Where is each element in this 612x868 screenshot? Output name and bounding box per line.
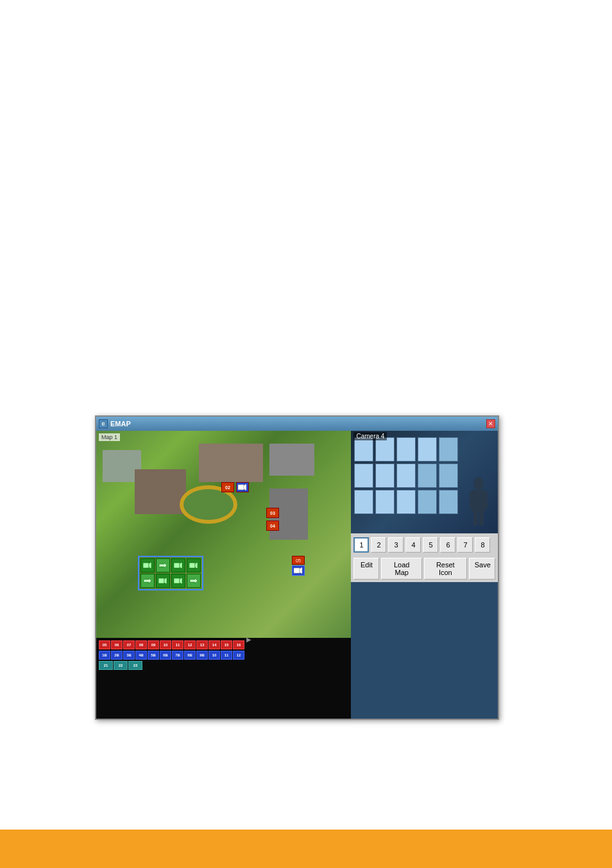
svg-rect-16 [174, 578, 180, 583]
cam-icon-02[interactable]: 02 [221, 482, 234, 492]
ch-16[interactable]: 16 [233, 640, 244, 649]
svg-marker-12 [195, 562, 198, 569]
svg-marker-3 [244, 484, 246, 490]
ch-8b[interactable]: 8B [184, 651, 196, 660]
cam-icon-05b[interactable] [292, 565, 305, 576]
monitor-15 [439, 490, 458, 514]
num-btn-6[interactable]: 6 [440, 537, 455, 553]
close-button[interactable]: ✕ [486, 419, 495, 428]
ch-2b[interactable]: 2B [111, 651, 123, 660]
ch-11[interactable]: 11 [172, 640, 183, 649]
ch-1b[interactable]: 1B [99, 651, 110, 660]
map-aerial-view: Map 1 02 03 04 05 [96, 431, 351, 638]
channel-row-3: 21 22 23 [99, 661, 348, 670]
svg-rect-6 [143, 563, 149, 568]
cam-grid-item-8[interactable] [187, 574, 201, 588]
svg-marker-15 [164, 578, 167, 584]
svg-marker-13 [144, 578, 151, 583]
ch-14[interactable]: 14 [208, 640, 220, 649]
ch-08[interactable]: 08 [135, 640, 147, 649]
cam-icon-04[interactable]: 04 [266, 521, 279, 531]
emap-title: EMAP [110, 420, 131, 428]
map-image[interactable]: Map 1 02 03 04 05 [96, 431, 351, 638]
ch-9b[interactable]: 9B [196, 651, 208, 660]
monitor-3 [396, 437, 416, 462]
ch-09[interactable]: 09 [148, 640, 159, 649]
cam-icon-03[interactable]: 03 [266, 508, 279, 518]
monitor-12 [375, 490, 395, 514]
map-label: Map 1 [99, 433, 120, 441]
num-btn-1[interactable]: 1 [353, 537, 369, 553]
ch-22[interactable]: 22 [114, 661, 128, 670]
reset-icon-button[interactable]: Reset Icon [424, 558, 467, 580]
cam-grid-item-5[interactable] [140, 574, 155, 588]
svg-rect-2 [238, 485, 244, 490]
emap-app-icon: E [99, 419, 108, 428]
cam-grid-item-3[interactable] [171, 558, 185, 572]
right-panel: Camera 4 1 2 3 4 5 6 7 8 Edit Load Map R… [351, 431, 498, 719]
svg-rect-23 [473, 512, 478, 526]
emap-titlebar: E EMAP ✕ [96, 417, 498, 431]
save-button[interactable]: Save [469, 558, 495, 580]
num-btn-3[interactable]: 3 [388, 537, 404, 553]
svg-rect-4 [294, 568, 300, 573]
num-btn-5[interactable]: 5 [423, 537, 438, 553]
cam-grid-item-4[interactable] [187, 558, 201, 572]
cam-grid-item-2[interactable] [156, 558, 170, 572]
edit-button[interactable]: Edit [353, 558, 379, 580]
ch-21[interactable]: 21 [99, 661, 113, 670]
cam-grid-item-7[interactable] [171, 574, 185, 588]
monitor-7 [375, 463, 395, 488]
emap-body: Map 1 02 03 04 05 [96, 431, 498, 719]
channel-row-1: 05 06 07 08 09 10 11 12 13 14 15 16 ▶ [99, 640, 348, 649]
svg-marker-7 [149, 562, 151, 569]
camera-preview: Camera 4 [351, 431, 498, 533]
action-buttons-row: Edit Load Map Reset Icon Save [351, 555, 498, 582]
ch-4b[interactable]: 4B [135, 651, 147, 660]
svg-marker-17 [180, 578, 182, 584]
cam-icon-02b[interactable] [236, 482, 249, 492]
num-btn-8[interactable]: 8 [475, 537, 490, 553]
preview-bottom-area [351, 582, 498, 719]
svg-rect-11 [189, 563, 195, 568]
num-btn-4[interactable]: 4 [405, 537, 421, 553]
map-area[interactable]: Map 1 02 03 04 05 [96, 431, 351, 719]
ch-7b[interactable]: 7B [172, 651, 183, 660]
svg-rect-14 [158, 578, 164, 583]
cam-grid-item-6[interactable] [156, 574, 170, 588]
num-buttons-row: 1 2 3 4 5 6 7 8 [351, 533, 498, 555]
ch-12b[interactable]: 12 [233, 651, 244, 660]
scroll-right-icon[interactable]: ▶ [246, 636, 251, 645]
ch-06[interactable]: 06 [111, 640, 123, 649]
ch-10b[interactable]: 10 [208, 651, 220, 660]
num-btn-7[interactable]: 7 [457, 537, 473, 553]
ch-05[interactable]: 05 [99, 640, 110, 649]
svg-rect-21 [470, 491, 474, 509]
ch-07[interactable]: 07 [123, 640, 135, 649]
num-btn-2[interactable]: 2 [371, 537, 386, 553]
cam-grid-item-1[interactable] [140, 558, 155, 572]
ch-15[interactable]: 15 [221, 640, 232, 649]
ch-6b[interactable]: 6B [160, 651, 171, 660]
ch-10[interactable]: 10 [160, 640, 171, 649]
channel-row-2: 1B 2B 3B 4B 5B 6B 7B 8B 9B 10 11 12 [99, 651, 348, 660]
cam-preview-bg [351, 431, 498, 533]
cam-icon-05[interactable]: 05 [292, 556, 305, 565]
load-map-button[interactable]: Load Map [381, 558, 421, 580]
monitor-1 [354, 437, 373, 462]
ch-5b[interactable]: 5B [148, 651, 159, 660]
svg-marker-8 [159, 563, 167, 568]
ch-12[interactable]: 12 [184, 640, 196, 649]
camera-preview-label: Camera 4 [353, 432, 387, 440]
monitor-13 [396, 490, 416, 514]
svg-rect-9 [174, 563, 180, 568]
ch-3b[interactable]: 3B [123, 651, 135, 660]
svg-text:E: E [102, 422, 105, 426]
ch-11b[interactable]: 11 [221, 651, 232, 660]
monitor-10 [439, 463, 458, 488]
svg-marker-18 [190, 578, 198, 583]
ch-23[interactable]: 23 [128, 661, 142, 670]
ch-13[interactable]: 13 [196, 640, 208, 649]
building-3 [199, 444, 263, 482]
svg-rect-24 [479, 512, 484, 526]
